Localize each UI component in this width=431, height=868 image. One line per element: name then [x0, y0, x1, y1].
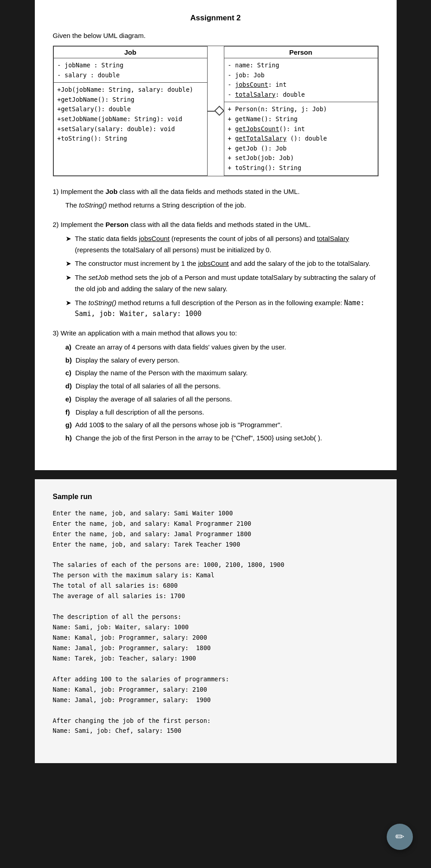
intro-text: Given the below UML diagram.	[53, 32, 379, 39]
uml-person-field-4: - totalSalary: double	[228, 90, 374, 100]
task2-text: 2) Implement the Person class with all t…	[53, 219, 379, 231]
task2-bullet2-text: The constructor must increment by 1 the …	[75, 258, 370, 269]
uml-person-box: Person - name: String - job: Job - jobsC…	[224, 46, 378, 176]
task1-number: 1)	[53, 188, 61, 195]
uml-job-methods: +Job(jobName: String, salary: double) +g…	[54, 83, 207, 146]
task3-intro: 3) Write an application with a main meth…	[53, 328, 379, 339]
task2-bullet2: ➤ The constructor must increment by 1 th…	[66, 258, 379, 269]
task3-item-b: b) Display the salary of every person.	[66, 355, 379, 366]
uml-job-field-1: - jobName : String	[57, 61, 204, 71]
sample-title: Sample run	[53, 493, 379, 501]
task2-block: 2) Implement the Person class with all t…	[53, 219, 379, 320]
assignment-section: Assignment 2 Given the below UML diagram…	[35, 0, 397, 470]
task2-bullet3: ➤ The setJob method sets the job of a Pe…	[66, 272, 379, 295]
task3-item-d: d) Display the total of all salaries of …	[66, 381, 379, 392]
task3-block: 3) Write an application with a main meth…	[53, 328, 379, 444]
arrow-icon-3: ➤	[66, 272, 71, 295]
diamond-icon	[214, 106, 224, 116]
uml-person-field-3: - jobsCount: int	[228, 80, 374, 90]
task2-bold: Person	[105, 221, 128, 228]
uml-job-method-6: +toString(): String	[57, 134, 204, 144]
task1-text: 1) Implement the Job class with all the …	[53, 186, 379, 198]
uml-person-title: Person	[224, 47, 378, 58]
task2-bullet4: ➤ The toString() method returns a full d…	[66, 297, 379, 320]
uml-person-field-1: - name: String	[228, 61, 374, 71]
uml-job-method-3: +getSalary(): double	[57, 104, 204, 114]
task3-item-h: h) Change the job of the first Person in…	[66, 433, 379, 444]
task3-item-e: e) Display the average of all salaries o…	[66, 394, 379, 405]
task3-item-g: g) Add 100$ to the salary of all the per…	[66, 420, 379, 431]
task3-item-f: f) Display a full description of all the…	[66, 407, 379, 418]
uml-person-method-5: + getJob (): Job	[228, 144, 374, 154]
uml-person-method-7: + toString(): String	[228, 163, 374, 173]
uml-person-method-1: + Person(n: String, j: Job)	[228, 104, 374, 114]
task3-item-c: c) Display the name of the Person with t…	[66, 368, 379, 379]
sample-code: Enter the name, job, and salary: Sami Wa…	[53, 508, 379, 736]
task3-list: a) Create an array of 4 persons with dat…	[66, 342, 379, 444]
task1-text2: The toString() method returns a String d…	[66, 200, 379, 211]
sample-section: Sample run Enter the name, job, and sala…	[35, 479, 397, 764]
arrow-icon-2: ➤	[66, 258, 71, 269]
uml-job-title: Job	[54, 47, 207, 58]
uml-job-box: Job - jobName : String - salary : double…	[53, 46, 208, 176]
task1-italic: toString()	[79, 201, 107, 209]
uml-job-method-2: +getJobName(): String	[57, 95, 204, 105]
task2-bullet1: ➤ The static data fields jobsCount (repr…	[66, 233, 379, 256]
uml-connector	[208, 46, 224, 176]
uml-job-field-2: - salary : double	[57, 71, 204, 80]
task1-bold: Job	[105, 188, 118, 195]
uml-job-method-4: +setJobName(jobName: String): void	[57, 114, 204, 124]
task2-bullet3-text: The setJob method sets the job of a Pers…	[75, 272, 379, 295]
arrow-icon-4: ➤	[66, 297, 71, 320]
task3-item-a: a) Create an array of 4 persons with dat…	[66, 342, 379, 353]
uml-job-method-5: +setSalary(salary: double): void	[57, 124, 204, 134]
uml-job-method-1: +Job(jobName: String, salary: double)	[57, 85, 204, 95]
uml-person-method-6: + setJob(job: Job)	[228, 153, 374, 163]
section-divider	[0, 470, 431, 479]
uml-diagram: Job - jobName : String - salary : double…	[53, 46, 379, 176]
task2-bullet1-text: The static data fields jobsCount (repres…	[75, 233, 379, 256]
uml-job-fields: - jobName : String - salary : double	[54, 58, 207, 83]
task2-bullet4-text: The toString() method returns a full des…	[75, 297, 379, 320]
uml-person-field-2: - job: Job	[228, 71, 374, 80]
uml-person-method-2: + getName(): String	[228, 114, 374, 124]
uml-person-fields: - name: String - job: Job - jobsCount: i…	[224, 58, 378, 102]
uml-person-methods: + Person(n: String, j: Job) + getName():…	[224, 102, 378, 175]
uml-person-method-4: + getTotalSalary (): double	[228, 134, 374, 144]
task1-block: 1) Implement the Job class with all the …	[53, 186, 379, 212]
arrow-icon-1: ➤	[66, 233, 71, 256]
page-title: Assignment 2	[53, 14, 379, 23]
uml-person-method-3: + getJobsCount(): int	[228, 124, 374, 134]
